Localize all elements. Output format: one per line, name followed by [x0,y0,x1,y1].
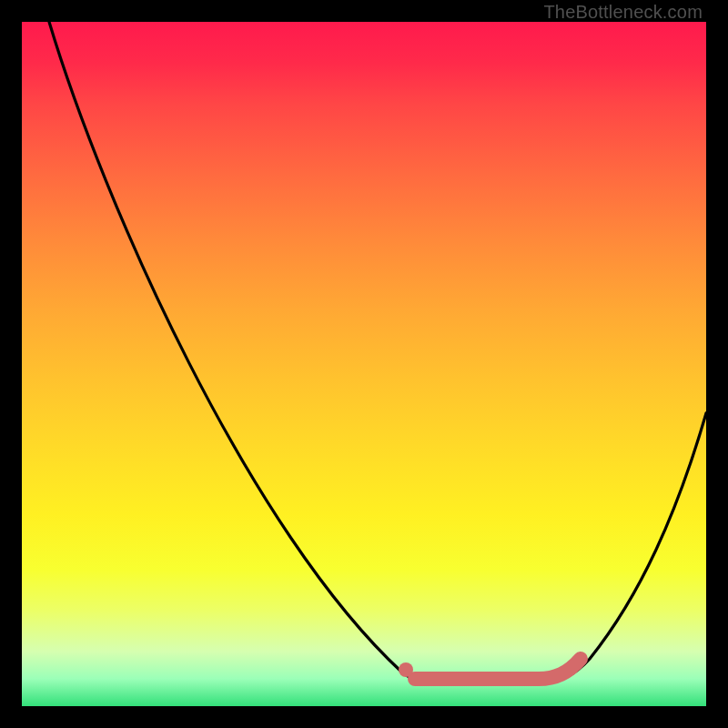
chart-container: TheBottleneck.com [0,0,728,728]
optimal-range-highlight [415,659,581,679]
curve-marker-dot [399,662,413,677]
plot-area [22,22,706,706]
curve-layer [22,22,706,706]
watermark-text: TheBottleneck.com [543,2,703,23]
bottleneck-curve [49,22,706,682]
